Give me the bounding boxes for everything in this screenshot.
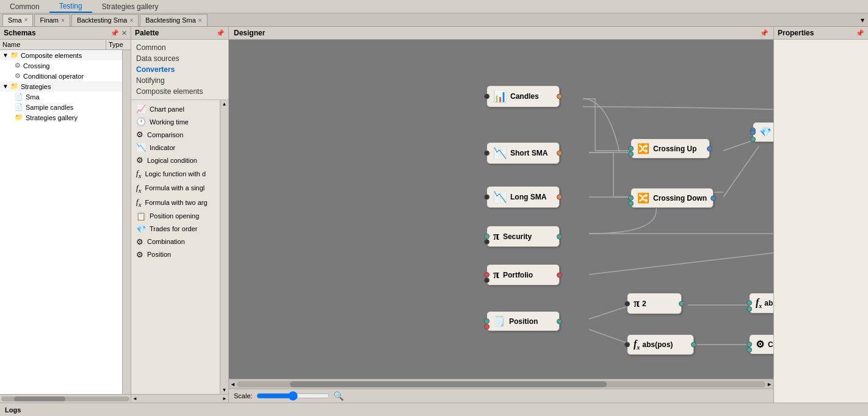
portfolio-port-out-red bbox=[557, 272, 562, 278]
palette-bottom-scroll[interactable]: ◄ ► bbox=[131, 394, 228, 403]
position-node-icon: 🗒️ bbox=[493, 315, 505, 327]
crossingdown-icon: 🔀 bbox=[637, 192, 649, 204]
trades-icon: 💎 bbox=[136, 224, 146, 234]
designer-hscroll[interactable]: ◄ ► bbox=[229, 379, 773, 389]
schemas-close-icon[interactable]: ✕ bbox=[121, 29, 127, 37]
crossingdown-port-in-green bbox=[628, 195, 634, 201]
node-abspos[interactable]: fx abs(pos) bbox=[627, 334, 694, 355]
tree-item-label-crossing: Crossing bbox=[23, 62, 49, 70]
tree-item-label-sample: Sample candles bbox=[26, 104, 73, 111]
properties-pin-icon[interactable]: 📌 bbox=[856, 29, 864, 37]
schemas-bottom-scroll[interactable] bbox=[0, 394, 131, 403]
palette-cat-composite[interactable]: Composite elements bbox=[134, 86, 226, 97]
node-pi2[interactable]: π 2 bbox=[627, 293, 682, 314]
abspos-label: abs(pos) bbox=[642, 340, 673, 349]
designer-canvas[interactable]: 📊 Candles 📉 Short SMA 📉 Long SMA bbox=[229, 40, 773, 379]
tree-item-crossing[interactable]: ⚙ Crossing bbox=[0, 60, 122, 71]
logs-label: Logs bbox=[5, 406, 21, 414]
tab-backtesting1-close[interactable]: × bbox=[129, 17, 133, 24]
palette-item-formula1[interactable]: fx Formula with a singl bbox=[134, 181, 217, 196]
abspos-port-in-black bbox=[624, 342, 630, 348]
tab-finam-close[interactable]: × bbox=[61, 17, 65, 24]
properties-header: Properties 📌 bbox=[774, 27, 868, 40]
palette-item-comparison[interactable]: ⚙ Comparison bbox=[134, 128, 217, 141]
node-strategytrades[interactable]: 💎 Strategy trades bbox=[753, 122, 773, 142]
candles-label: Candles bbox=[510, 92, 539, 101]
nav-testing[interactable]: Testing bbox=[49, 1, 92, 13]
node-longsma[interactable]: 📉 Long SMA bbox=[486, 186, 560, 208]
crossingup-port-out-blue bbox=[707, 146, 712, 151]
position-port-in-red bbox=[484, 324, 490, 329]
scale-bar: Scale: 🔍 bbox=[229, 389, 773, 403]
palette-item-workingtime[interactable]: 🕐 Working time bbox=[134, 115, 217, 128]
palette-pin-icon[interactable]: 📌 bbox=[216, 29, 225, 37]
node-shortsma[interactable]: 📉 Short SMA bbox=[486, 142, 560, 164]
crossingdown-port-out-blue bbox=[711, 195, 716, 201]
schemas-scrollbar[interactable] bbox=[122, 50, 131, 394]
scale-icon[interactable]: 🔍 bbox=[333, 391, 344, 401]
tree-item-sma[interactable]: 📄 Sma bbox=[0, 91, 122, 102]
node-portfolio[interactable]: π Portfolio bbox=[486, 264, 560, 285]
palette-panel: Palette 📌 Common Data sources Converters… bbox=[131, 27, 229, 403]
pi2-icon: π bbox=[634, 297, 640, 310]
position-label: Position bbox=[509, 317, 538, 326]
tree-arrow-strategies: ▼ bbox=[2, 83, 9, 90]
palette-item-formula2[interactable]: fx Formula with two arg bbox=[134, 195, 217, 210]
palette-item-combination[interactable]: ⚙ Combination bbox=[134, 235, 217, 248]
nav-common[interactable]: Common bbox=[0, 1, 49, 12]
scale-slider[interactable] bbox=[256, 393, 330, 399]
node-crossingup[interactable]: 🔀 Crossing Up bbox=[631, 138, 710, 159]
nav-gallery[interactable]: Strategies gallery bbox=[92, 1, 168, 12]
tabs-overflow-arrow[interactable]: ▾ bbox=[857, 16, 868, 24]
properties-title: Properties bbox=[778, 29, 814, 37]
position-icon: ⚙ bbox=[136, 250, 143, 259]
node-abspos2[interactable]: fx abs(pos) * 2 bbox=[749, 293, 773, 314]
tab-backtesting2[interactable]: Backtesting Sma × bbox=[140, 14, 207, 26]
longsma-port-out-orange bbox=[557, 195, 562, 200]
designer-pin-icon[interactable]: 📌 bbox=[760, 29, 769, 37]
portfolio-port-in-black bbox=[484, 278, 490, 283]
palette-cat-datasources[interactable]: Data sources bbox=[134, 53, 226, 64]
palette-item-indicator[interactable]: 📉 Indicator bbox=[134, 141, 217, 154]
crossingup-icon: 🔀 bbox=[637, 143, 649, 154]
node-security[interactable]: π Security bbox=[486, 226, 560, 247]
palette-cat-converters[interactable]: Converters bbox=[134, 64, 226, 75]
palette-item-posopening[interactable]: 📋 Position opening bbox=[134, 210, 217, 223]
tree-item-conditional[interactable]: ⚙ Conditional operator bbox=[0, 71, 122, 81]
schemas-pin-icon[interactable]: 📌 bbox=[110, 29, 119, 37]
node-crossingdown[interactable]: 🔀 Crossing Down bbox=[631, 188, 714, 208]
schemas-header: Schemas 📌 ✕ bbox=[0, 27, 131, 40]
tree-item-label-sma: Sma bbox=[26, 93, 40, 101]
tree-item-gallery[interactable]: 📁 Strategies gallery bbox=[0, 112, 122, 123]
palette-cat-common[interactable]: Common bbox=[134, 42, 226, 53]
node-combination[interactable]: ⚙ Combination bbox=[749, 334, 773, 354]
tab-sma[interactable]: Sma × bbox=[2, 14, 33, 26]
palette-item-logicfunc[interactable]: fx Logic function with d bbox=[134, 167, 217, 181]
designer-title: Designer bbox=[234, 29, 265, 37]
tree-group-composite[interactable]: ▼ 📁 Composite elements bbox=[0, 50, 122, 60]
palette-item-logical[interactable]: ⚙ Logical condition bbox=[134, 154, 217, 167]
designer-header: Designer 📌 bbox=[229, 27, 773, 40]
palette-cat-notifying[interactable]: Notifying bbox=[134, 75, 226, 86]
tree-group-icon-strategies: 📁 bbox=[10, 82, 19, 90]
indicator-icon: 📉 bbox=[136, 143, 146, 152]
palette-item-chartpanel[interactable]: 📈 Chart panel bbox=[134, 102, 217, 115]
palette-scrollbar[interactable]: ▲ ▼ bbox=[220, 100, 228, 394]
schemas-column-headers: Name Type bbox=[0, 40, 131, 50]
tree-item-sample[interactable]: 📄 Sample candles bbox=[0, 102, 122, 112]
security-port-out-green bbox=[557, 234, 562, 239]
security-icon: π bbox=[493, 230, 499, 243]
tree-group-strategies[interactable]: ▼ 📁 Strategies bbox=[0, 81, 122, 91]
tab-sma-close[interactable]: × bbox=[24, 16, 28, 23]
tree-group-label-composite: Composite elements bbox=[21, 52, 82, 59]
comparison-icon: ⚙ bbox=[136, 130, 143, 139]
tab-backtesting1[interactable]: Backtesting Sma × bbox=[71, 14, 139, 26]
tab-backtesting2-close[interactable]: × bbox=[198, 17, 202, 24]
tab-finam[interactable]: Finam × bbox=[34, 14, 70, 26]
palette-item-trades[interactable]: 💎 Trades for order bbox=[134, 223, 217, 235]
node-position[interactable]: 🗒️ Position bbox=[486, 311, 560, 331]
node-candles[interactable]: 📊 Candles bbox=[486, 85, 560, 107]
palette-item-label-logical: Logical condition bbox=[147, 157, 197, 164]
palette-item-position[interactable]: ⚙ Position bbox=[134, 248, 217, 261]
longsma-icon: 📉 bbox=[493, 190, 507, 204]
